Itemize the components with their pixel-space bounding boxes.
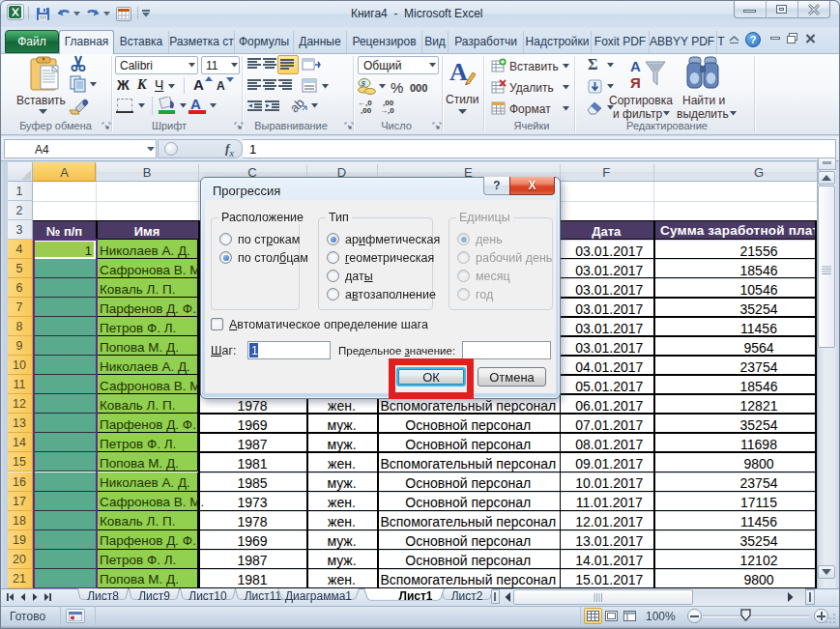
svg-text:,00: ,00 — [361, 106, 372, 115]
svg-text:А: А — [630, 58, 641, 74]
svg-text:Я: Я — [630, 74, 641, 91]
svg-text:→,0: →,0 — [380, 106, 394, 115]
